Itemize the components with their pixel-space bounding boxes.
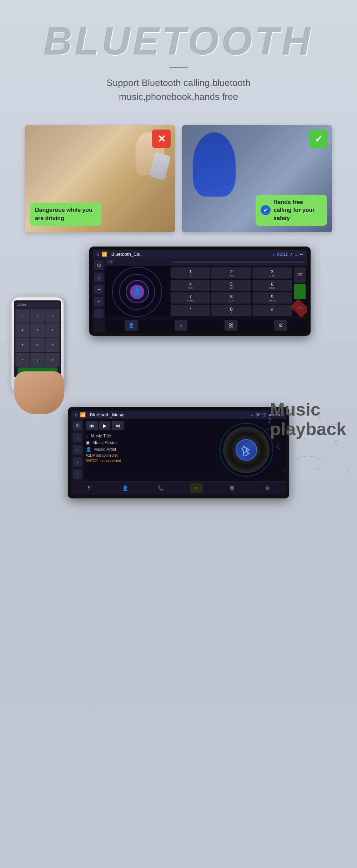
status-icons-right: ∧ ▭ ↩ [290, 252, 303, 257]
phone-btn-star[interactable]: * [15, 353, 30, 367]
call-display: 👤 1○○ 2ABC 3DEF 4GHI 5JKL [105, 266, 307, 318]
music-playback-line2: playback [270, 420, 346, 439]
call-screen-title: Bluetooth_Call [111, 252, 270, 257]
sidebar-back-icon[interactable]: ↩ [94, 285, 104, 294]
music-sidebar-back[interactable]: ↩ [73, 445, 82, 455]
caller-avatar: 👤 [130, 285, 144, 299]
play-button[interactable]: ▶ [99, 421, 110, 430]
bluetooth-small-icon: ✔ [261, 205, 271, 215]
numpad-5[interactable]: 5JKL [211, 280, 251, 291]
numpad-8[interactable]: 8TUV [211, 292, 251, 304]
danger-card: ✕ Dangerous while you are driving [25, 125, 175, 232]
settings-icon[interactable]: ⚙ [274, 320, 287, 331]
numpad-0[interactable]: 0+ [211, 305, 251, 316]
person-icon: 👤 [86, 447, 91, 452]
music-bottom-music[interactable]: ♪ [190, 483, 203, 493]
music-sidebar-vol-up[interactable]: + [73, 457, 82, 467]
music-sidebar-power[interactable]: ⏻ [73, 421, 82, 430]
safe-card: ✓ ✔ Hands free calling for your safety [182, 125, 332, 232]
call-answer-btn[interactable]: 📞 [294, 284, 306, 300]
numpad-9[interactable]: 9WXYZ [252, 292, 292, 304]
call-screen-body: ⏻ ⌂ ↩ + - ⌫ [93, 258, 307, 332]
music-artist-text: Music Artist [94, 447, 116, 452]
battery-dot: ● [272, 252, 275, 257]
music-sidebar: ⏻ ⌂ ↩ + - [71, 419, 84, 481]
music-antenna-icon: 📶 [80, 412, 86, 417]
numpad-container: 1○○ 2ABC 3DEF 4GHI 5JKL 6MNO 7PQRS 8TUV … [169, 266, 307, 318]
a2dp-status: A2DP not connected [86, 453, 205, 457]
numpad-star[interactable]: * [171, 305, 210, 316]
home-icon: ⌂ [96, 252, 99, 257]
call-header-label: ⌫ [108, 260, 171, 264]
music-screen-body: ⏻ ⌂ ↩ + - ⏮ ▶ ⏭ ♪ Music [71, 419, 286, 481]
sidebar-power-icon[interactable]: ⏻ [94, 260, 104, 270]
back-icon: ↩ [300, 252, 303, 257]
music-artist-row: 👤 Music Artist [86, 447, 205, 452]
phone-btn-3[interactable]: 3 [45, 309, 60, 323]
call-main-area: ⌫ 👤 [105, 258, 307, 332]
music-screen-title: Bluetooth_Music [90, 412, 249, 417]
photo-comparison-row: ✕ Dangerous while you are driving ✓ ✔ Ha… [0, 115, 357, 243]
sidebar-vol-down-icon[interactable]: - [94, 309, 104, 318]
phone-btn-0[interactable]: 0 [30, 353, 45, 367]
contacts-icon[interactable]: 👤 [125, 320, 138, 331]
phone-btn-5[interactable]: 5 [30, 323, 45, 337]
phone-mockup-wrapper: 10086 1 2 3 4 5 6 7 8 9 * 0 # 📞 [11, 296, 64, 393]
avrcp-status: AVRCP not connected [86, 459, 205, 463]
phone-btn-8[interactable]: 8 [30, 338, 45, 352]
sidebar-home-icon[interactable]: ⌂ [94, 273, 104, 282]
bluetooth-title: BLUETOOTH [7, 21, 350, 61]
svg-text:♪: ♪ [345, 467, 350, 474]
phone-btn-9[interactable]: 9 [45, 338, 60, 352]
numpad-3[interactable]: 3DEF [252, 267, 292, 279]
phone-btn-hash[interactable]: # [45, 353, 60, 367]
music-playback-label: Music playback [270, 400, 346, 439]
safe-badge: ✓ [309, 130, 328, 148]
call-unit-screen: ⌂ 📶 Bluetooth_Call ● 08:12 ∧ ▭ ↩ ⏻ ⌂ ↩ + [93, 250, 307, 332]
phone-btn-4[interactable]: 4 [15, 323, 30, 337]
music-bottom-grid[interactable]: ⠿ [83, 483, 96, 493]
music-bottom-link[interactable]: ⛓ [226, 483, 238, 493]
next-button[interactable]: ⏭ [112, 421, 124, 430]
music-bottom-contacts[interactable]: 👤 [119, 483, 131, 493]
phone-btn-2[interactable]: 2 [30, 309, 45, 323]
phone-btn-1[interactable]: 1 [15, 309, 30, 323]
music-title-text: Music Title [91, 433, 111, 438]
numpad-7[interactable]: 7PQRS [171, 292, 210, 304]
music-bottom-settings[interactable]: ⚙ [261, 483, 274, 493]
music-sidebar-vol-down[interactable]: - [73, 469, 82, 479]
prev-button[interactable]: ⏮ [86, 421, 98, 430]
phone-numpad: 1 2 3 4 5 6 7 8 9 * 0 # [15, 309, 60, 367]
vinyl-ring [220, 423, 273, 477]
numpad-area: 1○○ 2ABC 3DEF 4GHI 5JKL 6MNO 7PQRS 8TUV … [171, 267, 292, 316]
hand-holding [14, 371, 64, 414]
numpad-side-buttons: ⌫ 📞 📞 [293, 267, 306, 316]
call-car-unit: ⌂ 📶 Bluetooth_Call ● 08:12 ∧ ▭ ↩ ⏻ ⌂ ↩ + [89, 247, 311, 336]
music-playback-line1: Music [270, 400, 321, 420]
call-statusbar: ⌂ 📶 Bluetooth_Call ● 08:12 ∧ ▭ ↩ [93, 250, 307, 258]
call-time: 08:12 [277, 252, 288, 257]
call-hangup-btn[interactable]: 📞 [290, 299, 307, 318]
music-title-row: ♪ Music Title [86, 433, 205, 438]
numpad-4[interactable]: 4GHI [171, 280, 210, 291]
music-info: ♪ Music Title ◉ Music Album 👤 Music Arti… [86, 433, 205, 463]
phone-btn-6[interactable]: 6 [45, 323, 60, 337]
numpad-2[interactable]: 2ABC [211, 267, 251, 279]
delete-btn[interactable]: ⌫ [294, 267, 306, 283]
numpad-1[interactable]: 1○○ [171, 267, 210, 279]
numpad-6[interactable]: 6MNO [252, 280, 292, 291]
numpad-hash[interactable]: # [252, 305, 292, 316]
call-header: ⌫ [105, 258, 307, 266]
music-bottom-phone[interactable]: 📞 [154, 483, 167, 493]
music-sidebar-home[interactable]: ⌂ [73, 433, 82, 442]
link-icon[interactable]: ⛓ [225, 320, 237, 331]
phone-btn-7[interactable]: 7 [15, 338, 30, 352]
bluetooth-subtitle: Support Bluetooth calling,bluetooth musi… [7, 76, 350, 104]
phone-number-display: 10086 [15, 302, 60, 308]
music-battery-dot: ● [251, 413, 253, 417]
sidebar-vol-up-icon[interactable]: + [94, 297, 104, 306]
antenna-icon: 📶 [101, 252, 107, 257]
music-icon[interactable]: ♪ [175, 320, 187, 331]
danger-badge: ✕ [152, 130, 171, 148]
music-unit-screen: ⌂ 📶 Bluetooth_Music ● 08:12 ∧ ▭ ↩ ⏻ ⌂ ↩ [71, 411, 286, 495]
